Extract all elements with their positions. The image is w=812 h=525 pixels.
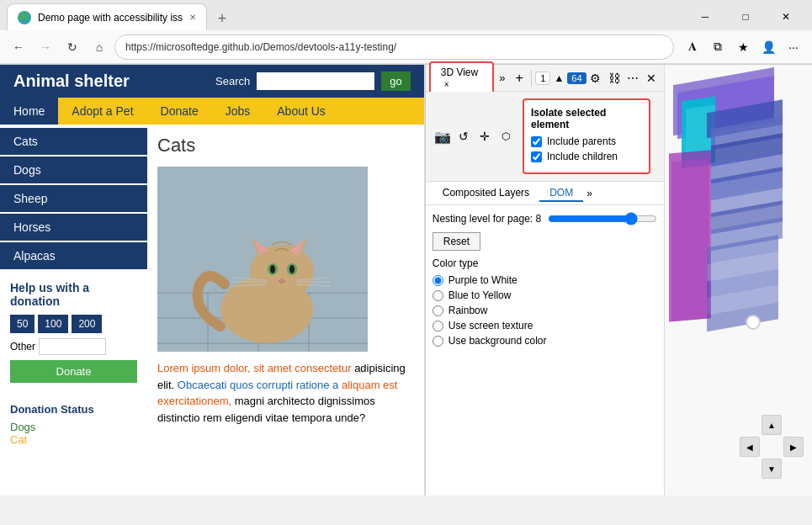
tab-close-btn[interactable]: ✕ [189,13,196,22]
nav-down-arrow[interactable]: ▼ [762,459,782,479]
devtools-content: Nesting level for page: 8 Reset Color ty… [426,205,664,496]
devtools-icon-row: 📷 ↺ ✛ ⬡ Isolate selected element Include… [426,92,664,182]
color-purple-label: Purple to White [448,274,517,286]
profile-icon[interactable]: 👤 [756,35,780,59]
blue-badge: 64 [567,72,586,84]
include-children-label: Include children [547,151,618,162]
refresh-btn[interactable]: ↻ [61,35,84,59]
color-texture-option[interactable]: Use screen texture [433,320,657,331]
svg-point-16 [289,265,295,273]
color-bgcolor-radio[interactable] [433,336,443,347]
sidebar-item-horses[interactable]: Horses [0,214,147,241]
color-bgcolor-option[interactable]: Use background color [433,335,657,347]
url-text: https://microsoftedge.github.io/Demos/de… [125,41,396,53]
color-type-label: Color type [433,257,657,269]
color-texture-label: Use screen texture [448,320,533,331]
search-label: Search [215,75,250,88]
close-btn[interactable]: ✕ [767,3,805,30]
browser-tab[interactable]: Demo page with accessibility iss ✕ [7,3,207,30]
nav-adopt[interactable]: Adopt a Pet [58,98,146,125]
more-subtabs-btn[interactable]: » [586,188,592,199]
color-rainbow-radio[interactable] [433,305,443,316]
sidebar-item-dogs[interactable]: Dogs [0,156,147,183]
include-parents-row[interactable]: Include parents [531,135,642,147]
include-parents-checkbox[interactable] [531,136,542,147]
nav-about[interactable]: About Us [263,98,339,125]
minimize-btn[interactable]: ─ [686,3,724,30]
color-blue-option[interactable]: Blue to Yellow [433,289,657,301]
3d-visualization: ▲ ◀ ▶ ▼ [664,65,812,496]
donation-title: Help us with a donation [10,281,137,308]
donation-section: Help us with a donation 50 100 200 Other… [0,271,147,393]
website-panel: Animal shelter Search go Home Adopt a Pe… [0,65,425,496]
nesting-slider[interactable] [548,212,657,225]
more-tabs-btn[interactable]: » [494,68,511,88]
nav-left-arrow[interactable]: ◀ [740,437,760,457]
3d-canvas[interactable]: ▲ ◀ ▶ ▼ [665,65,812,496]
tab-title: Demo page with accessibility iss [38,12,183,24]
donate-button[interactable]: Donate [10,360,137,383]
svg-point-15 [270,265,275,273]
color-blue-radio[interactable] [433,290,443,301]
read-aloud-icon[interactable]: 𝐀 [681,35,704,59]
back-btn[interactable]: ← [7,35,30,59]
amount-200-btn[interactable]: 200 [72,315,102,333]
home-btn[interactable]: ⌂ [88,35,111,59]
color-bgcolor-label: Use background color [448,335,547,347]
color-purple-radio[interactable] [433,275,443,286]
svg-rect-37 [671,158,709,321]
maximize-btn[interactable]: □ [726,3,765,30]
reset-3d-icon[interactable]: ↺ [454,125,475,147]
toolbar-separator [531,70,532,87]
search-input[interactable] [257,72,374,90]
nav-jobs[interactable]: Jobs [212,98,264,125]
color-texture-radio[interactable] [433,321,443,331]
include-children-checkbox[interactable] [531,151,542,162]
new-tab-btn[interactable]: + [210,7,234,30]
sidebar-item-alpacas[interactable]: Alpacas [0,242,147,269]
settings-icon[interactable]: ⚙ [586,67,605,89]
other-amount-row: Other [10,338,137,355]
connections-icon[interactable]: ⛓ [605,67,624,89]
devtools-toolbar: 3D View × » + 1 ▲ 64 ⚙ ⛓ ⋯ ✕ [426,65,664,92]
layers-icon[interactable]: ⬡ [495,125,516,147]
sidebar-item-sheep[interactable]: Sheep [0,185,147,212]
3d-view-tab[interactable]: 3D View × [429,61,494,95]
sidebar-item-cats[interactable]: Cats [0,128,147,155]
window-controls: ─ □ ✕ [686,3,805,30]
favorites-icon[interactable]: ★ [731,35,755,59]
search-form: Search go [215,72,411,91]
cat-description: Lorem ipsum dolor, sit amet consectetur … [157,360,414,426]
move-icon[interactable]: ✛ [474,125,495,147]
amount-100-btn[interactable]: 100 [38,315,68,333]
devtools-close-btn[interactable]: ✕ [642,67,661,89]
site-sidebar: Cats Dogs Sheep Horses Alpacas Help us w… [0,125,147,488]
nav-donate[interactable]: Donate [147,98,212,125]
add-tab-btn[interactable]: + [511,68,528,88]
more-icon[interactable]: ··· [782,35,805,59]
nav-up-arrow[interactable]: ▲ [762,415,782,435]
isolate-element-box: Isolate selected element Include parents… [523,98,650,174]
site-body: Cats Dogs Sheep Horses Alpacas Help us w… [0,125,424,488]
nav-home[interactable]: Home [0,98,58,125]
address-bar[interactable]: https://microsoftedge.github.io/Demos/de… [114,34,674,60]
dom-tab[interactable]: DOM [539,185,583,202]
screenshot-icon[interactable]: 📷 [433,125,454,147]
composited-layers-tab[interactable]: Composited Layers [433,185,539,202]
nav-right-arrow[interactable]: ▶ [783,437,804,457]
color-purple-option[interactable]: Purple to White [433,274,657,286]
tab-bar: Demo page with accessibility iss ✕ + ─ □… [0,0,812,30]
reset-button[interactable]: Reset [433,232,480,251]
devtools-more-btn[interactable]: ⋯ [624,67,642,89]
site-title: Animal shelter [13,72,130,91]
devtools-panel: 3D View × » + 1 ▲ 64 ⚙ ⛓ ⋯ ✕ 📷 ↺ ✛ ⬡ Iso… [425,65,664,496]
color-rainbow-option[interactable]: Rainbow [433,305,657,316]
other-amount-input[interactable] [39,338,106,355]
amount-50-btn[interactable]: 50 [10,315,34,333]
forward-btn[interactable]: → [34,35,57,59]
split-screen-icon[interactable]: ⧉ [706,35,730,59]
3d-view-close[interactable]: × [444,80,449,89]
3d-view-label: 3D View [441,66,478,78]
search-button[interactable]: go [381,72,410,91]
include-children-row[interactable]: Include children [531,151,642,162]
